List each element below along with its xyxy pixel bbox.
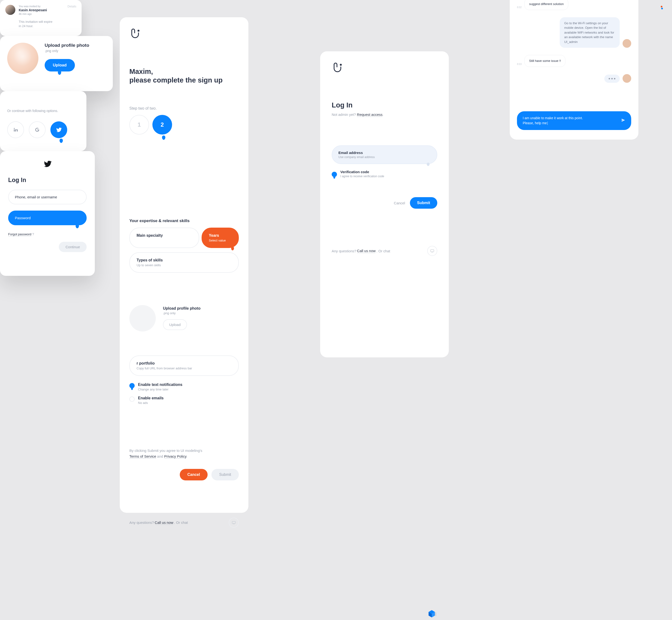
email-field[interactable]: Email address Use company email address [332,145,437,164]
specialty-field[interactable]: Main specialty [129,227,199,248]
privacy-link[interactable]: Privacy Policy [164,454,186,459]
notification-dot [661,6,662,7]
bot-avatar [623,39,631,48]
twitter-password-field[interactable]: Password [8,211,87,225]
svg-rect-1 [232,521,235,523]
skills-field[interactable]: Types of skills Up to seven skills [129,252,239,273]
footer-help: Any questions? Call us now . Or chat [332,246,437,256]
app-logo-icon [129,28,141,40]
twitter-login-title: Log In [8,176,87,184]
step-indicator: 1 2 [129,115,239,135]
step-1[interactable]: 1 [129,115,149,135]
expertise-section: Your expertise & relevant skills Main sp… [129,218,239,273]
twitter-button[interactable] [50,121,67,138]
call-us-link[interactable]: Call us now [357,249,376,253]
forgot-password: Forgot password ? [8,232,87,236]
upload-hint: .png only [163,311,200,315]
chat-icon[interactable] [229,518,239,528]
google-button[interactable] [29,121,46,138]
drop-icon [59,139,63,143]
tos-link[interactable]: Terms of Service [129,454,156,459]
submit-button[interactable]: Submit [211,469,239,480]
twitter-identifier-field[interactable]: Phone, email or username [8,190,87,204]
continue-button[interactable]: Continue [59,242,87,252]
cancel-button[interactable]: Cancel [180,469,207,480]
avatar-placeholder [129,305,156,331]
notification-dot [661,8,663,9]
expertise-heading: Your expertise & relevant skills [129,218,239,223]
upload-title: Upload profile photo [163,306,200,311]
chat-row-user: 8:02 suggest different solution [517,0,631,10]
invite-details-link[interactable]: Details [67,5,76,31]
chat-bubble-bot: Go to the Wi-Fi settings on your mobile … [560,17,620,48]
chat-row-typing [517,74,631,83]
invite-popover: You was invited by Kasin Areopesani 46 m… [0,0,82,36]
chat-row-user: 8:03 Still have some issue !! [517,55,631,67]
twitter-login-popover: Log In Phone, email or username Password… [0,151,95,276]
upload-button[interactable]: Upload [45,59,75,71]
signup-card: Maxim, please complete the sign up Step … [120,17,248,513]
checkbox-off-icon [129,397,135,402]
checkbox-on-icon [129,383,135,388]
drop-icon [58,70,61,75]
chat-bubble-user: Still have some issue !! [524,55,566,67]
inviter-name: Kasin Areopesani [19,8,64,12]
app-logo-icon [332,62,343,73]
drop-icon [621,125,624,129]
upload-button[interactable]: Upload [163,319,187,330]
chat-icon[interactable] [427,246,437,256]
cancel-button[interactable]: Cancel [394,201,405,205]
chat-message-input[interactable]: I am unable to make it work at this poin… [517,111,631,130]
linkedin-button[interactable] [7,121,24,138]
typing-indicator [604,74,620,83]
drop-icon [162,136,165,140]
text-cursor [547,121,548,125]
drop-icon [427,163,430,166]
login-card: Log In Not admin yet? Request access. Em… [320,51,449,357]
verification-code-row: Verification code I agree to receive ver… [332,170,437,178]
step-indicator-label: Step two of two. [129,106,239,111]
social-login-popover: Or continue with following options. [0,91,86,151]
chat-card: 8:02 suggest different solution Go to th… [510,0,638,140]
inviter-avatar [5,5,15,15]
profile-photo-preview [7,43,38,74]
page-title: Maxim, please complete the sign up [129,67,239,85]
login-subtitle: Not admin yet? Request access. [332,112,437,116]
send-icon[interactable] [621,118,625,123]
chat-bubble-user: suggest different solution [524,0,568,10]
legal-text: By clicking Submit you agree to UI model… [129,448,239,459]
portfolio-field[interactable]: r portfolio Copy full URL from browser a… [129,355,239,376]
text-notifications-toggle[interactable]: Enable text notifications Change any tim… [129,382,239,391]
login-title: Log In [332,101,437,109]
upload-popover: Upload profile photo .png only Upload [0,36,113,91]
years-field[interactable]: Years Select value [202,227,239,248]
drop-icon [76,224,79,228]
twitter-icon [43,160,52,168]
bot-avatar [623,74,631,83]
chat-row-bot: Go to the Wi-Fi settings on your mobile … [517,17,631,48]
checkbox-on-icon[interactable] [332,172,337,177]
drop-icon [231,247,234,250]
submit-button[interactable]: Submit [410,197,437,209]
email-notifications-toggle[interactable]: Enable emails No ads [129,396,239,405]
call-us-link[interactable]: Call us now [155,520,174,525]
forgot-password-link[interactable]: Forgot password [8,232,32,236]
cube-icon [427,609,436,619]
svg-point-0 [138,30,139,32]
svg-point-2 [340,64,342,66]
footer-help: Any questions? Call us now . Or chat [129,518,239,528]
request-access-link[interactable]: Request access [357,112,383,117]
upload-photo-block: Upload profile photo .png only Upload [129,305,239,331]
step-2[interactable]: 2 [152,115,172,135]
svg-rect-3 [431,250,434,252]
